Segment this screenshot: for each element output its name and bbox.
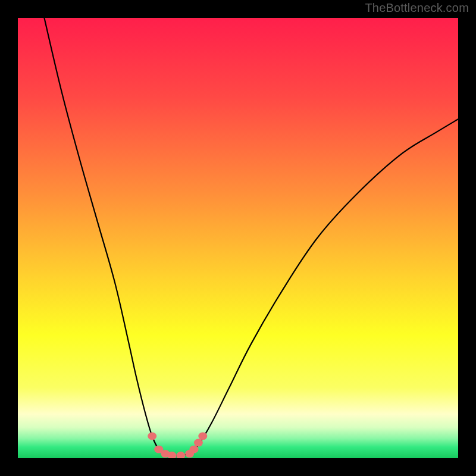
plot-area [18,18,458,458]
data-marker [176,452,185,458]
chart-frame: TheBottleneck.com [0,0,476,476]
curve-left-branch [44,18,165,454]
curve-layer [18,18,458,458]
data-marker [198,433,207,440]
data-marker [148,433,156,440]
data-marker [194,439,203,447]
watermark-text: TheBottleneck.com [365,1,469,15]
curve-right-branch [190,119,458,453]
data-marker [190,446,199,453]
